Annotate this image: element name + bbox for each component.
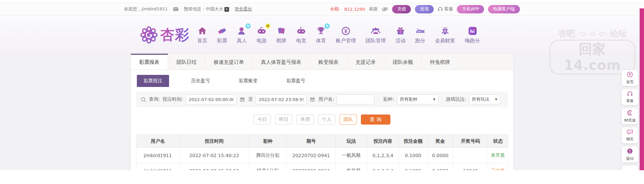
chevron-down-icon: ▼ bbox=[495, 98, 497, 101]
tab-team-daily[interactable]: 团队日结 bbox=[168, 54, 205, 70]
chat-icon bbox=[627, 129, 633, 136]
play-type-select[interactable]: 所有玩法 ▼ bbox=[469, 94, 500, 104]
home-icon bbox=[197, 26, 207, 36]
subtab-lottery-account-changes[interactable]: 彩票账变 bbox=[232, 75, 264, 87]
yesterday-button[interactable]: 昨日 bbox=[275, 114, 292, 125]
refresh-button[interactable]: 刷新 bbox=[369, 6, 378, 12]
topbar: 欢迎您，jimbird1911 预留信息：中国大大 ✎ 安全退出 余额: 812… bbox=[0, 3, 644, 15]
cell-numbers: 13040 bbox=[453, 163, 488, 171]
bet-time-label: 投注时间: bbox=[163, 96, 183, 102]
subtab-lottery-bets[interactable]: 彩票投注 bbox=[137, 75, 169, 87]
cards-icon bbox=[276, 26, 286, 36]
header-play: 玩法 bbox=[336, 135, 367, 148]
cell-amount: 0.1000 bbox=[399, 163, 428, 171]
eye-slash-icon[interactable] bbox=[382, 7, 388, 11]
nav-item-promos[interactable]: 活动 bbox=[395, 26, 406, 44]
question-icon bbox=[627, 148, 633, 155]
header-username: 用户名 bbox=[137, 135, 179, 148]
slots-gamepad-icon: H bbox=[257, 26, 267, 36]
lottery-type-label: 彩种: bbox=[383, 96, 394, 102]
to-label: 至 bbox=[248, 96, 253, 102]
tab-quick-orders[interactable]: 极速充提订单 bbox=[205, 54, 253, 70]
logout-link[interactable]: 安全退出 bbox=[234, 6, 252, 12]
tab-special-boardgames[interactable]: 特兔棋牌 bbox=[422, 54, 459, 70]
tab-lottery-report[interactable]: 彩票报表 bbox=[131, 54, 168, 70]
nav-item-paofen[interactable]: 跑分 bbox=[415, 26, 425, 44]
tab-deposit-withdraw-records[interactable]: 充提记录 bbox=[347, 54, 384, 70]
right-edge-strip bbox=[640, 8, 644, 170]
report-tabs: 彩票报表 团队日结 极速充提订单 真人体育盈亏报表 账变报表 充提记录 团队余额… bbox=[131, 54, 513, 70]
nav-item-hipaofen[interactable]: hi 嗨跑分 bbox=[465, 26, 480, 44]
nav-item-team[interactable]: 团队管理 bbox=[366, 26, 386, 44]
content-area: 彩票报表 团队日结 极速充提订单 真人体育盈亏报表 账变报表 充提记录 团队余额… bbox=[0, 54, 644, 170]
dock-chat[interactable]: 聊天 bbox=[622, 127, 638, 143]
username-input[interactable] bbox=[337, 94, 374, 104]
this-week-button[interactable]: 本周 bbox=[297, 114, 314, 125]
cell-amount: 0.1000 bbox=[399, 148, 428, 163]
cell-username: jimbird1911 bbox=[137, 148, 179, 163]
edit-icon[interactable]: ✎ bbox=[224, 7, 229, 12]
nav-item-jinding[interactable]: 金鼎财富 bbox=[435, 26, 455, 44]
cell-content: 0,1,2,3,4 bbox=[367, 148, 399, 163]
cell-bet-time: 2022-07-02 15:33:50 bbox=[179, 163, 249, 171]
tab-live-sports-pl[interactable]: 真人体育盈亏报表 bbox=[253, 54, 310, 70]
watermark: 杏吧 论坛 回家14.com bbox=[549, 28, 635, 75]
header-status: 状态 bbox=[488, 135, 508, 148]
dock-service[interactable]: 客服 bbox=[622, 89, 638, 105]
dock-question[interactable]: 疑问 bbox=[622, 146, 638, 163]
nav-item-sports[interactable]: N 体育 bbox=[316, 26, 326, 44]
nav-item-live[interactable]: N 真人 bbox=[237, 26, 247, 44]
query-label: 查询: bbox=[149, 96, 160, 102]
nav-item-egames[interactable]: H 电游 bbox=[257, 26, 267, 44]
new-badge: N bbox=[246, 24, 251, 29]
nav-item-lottery[interactable]: 彩票 bbox=[217, 26, 227, 44]
tripod-icon bbox=[440, 26, 450, 36]
lottery-type-select[interactable]: 所有彩种 ▼ bbox=[397, 94, 438, 104]
dock-back-top[interactable]: 首页 bbox=[622, 70, 638, 86]
search-button[interactable]: 查 询 bbox=[361, 114, 390, 125]
calendar-icon[interactable] bbox=[240, 97, 245, 102]
dock-im-recharge[interactable]: IM充值 bbox=[622, 108, 638, 124]
calendar-icon[interactable] bbox=[310, 97, 315, 102]
header-numbers: 开奖号码 bbox=[453, 135, 488, 148]
pc-client-button[interactable]: 电脑客户端 bbox=[488, 5, 520, 13]
main-nav: 首页 彩票 N 真人 bbox=[197, 26, 480, 44]
sub-tabs: 彩票投注 历史盈亏 彩票账变 彩票盈亏 bbox=[131, 70, 513, 91]
withdraw-button[interactable]: 提现 bbox=[415, 5, 434, 13]
mail-icon[interactable] bbox=[173, 7, 178, 11]
tickets-icon bbox=[217, 26, 227, 36]
subtab-lottery-pl[interactable]: 彩票盈亏 bbox=[280, 75, 312, 87]
page: 欢迎您，jimbird1911 预留信息：中国大大 ✎ 安全退出 余额: 812… bbox=[0, 0, 644, 184]
nav-item-boardgames[interactable]: 棋牌 bbox=[276, 26, 286, 44]
cell-prize: 0.0000 bbox=[428, 148, 453, 163]
hot-badge: H bbox=[265, 24, 270, 29]
watermark-domain: 回家14.com bbox=[549, 40, 635, 75]
end-time-input[interactable] bbox=[256, 94, 307, 104]
personal-button[interactable]: 个人 bbox=[318, 114, 335, 125]
team-button[interactable]: 团队 bbox=[339, 114, 357, 125]
nav-item-account[interactable]: 账户管理 bbox=[336, 26, 356, 44]
status-badge: 已中奖 bbox=[488, 163, 508, 171]
tab-team-balance[interactable]: 团队余额 bbox=[384, 54, 422, 70]
header-amount: 投注金额 bbox=[399, 135, 428, 148]
tab-account-changes[interactable]: 账变报表 bbox=[310, 54, 347, 70]
mobile-app-button[interactable]: 手机APP bbox=[457, 5, 484, 13]
today-button[interactable]: 今日 bbox=[254, 114, 271, 125]
brand-logo[interactable]: 杏彩 bbox=[140, 26, 190, 44]
header-bet-time: 投注时间 bbox=[179, 135, 249, 148]
recharge-button[interactable]: 充值 bbox=[392, 5, 411, 13]
subtab-history-pl[interactable]: 历史盈亏 bbox=[184, 75, 217, 87]
header-issue: 期号 bbox=[287, 135, 336, 148]
new-badge: N bbox=[325, 24, 330, 29]
start-time-input[interactable] bbox=[185, 94, 236, 104]
cell-username: jimbird1911 bbox=[137, 163, 179, 171]
cell-issue: 20220702-0934 bbox=[287, 163, 336, 171]
brand-name: 杏彩 bbox=[160, 26, 190, 44]
cell-play: 一帆风顺 bbox=[336, 148, 367, 163]
customer-service-link[interactable]: 客服 bbox=[438, 6, 453, 12]
play-type-label: 游戏玩法: bbox=[446, 96, 466, 102]
header-prize: 奖金 bbox=[428, 135, 453, 148]
nav-item-home[interactable]: 首页 bbox=[197, 26, 207, 44]
rhino-icon bbox=[415, 26, 425, 36]
nav-item-esports[interactable]: 电竞 bbox=[296, 26, 306, 44]
